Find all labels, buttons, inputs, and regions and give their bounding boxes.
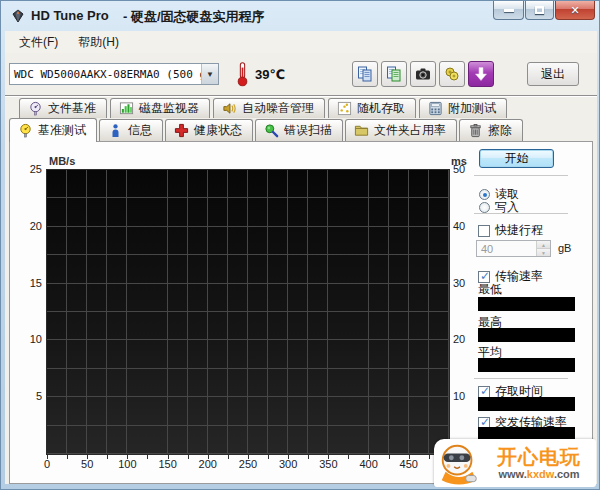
camera-icon [415, 66, 431, 82]
spin-down-icon[interactable]: ▼ [537, 248, 550, 256]
watermark-title: 开心电玩 [482, 447, 596, 467]
drive-select[interactable]: WDC WD5000AAKX-08ERMA0 (500 gB) ▼ [9, 63, 219, 85]
short-stroke-value: 40 [477, 241, 536, 256]
access-time-checkbox[interactable] [478, 386, 490, 398]
mascot-icon [436, 440, 482, 486]
minimize-icon [504, 9, 514, 12]
tab-文件基准[interactable]: 文件基准 [19, 98, 107, 118]
benchmark-controls: 开始 读取 写入 快捷行程 40 ▲ [466, 142, 592, 483]
y-left-tick-20: 20 [16, 220, 42, 232]
tab-错误扫描[interactable]: 错误扫描 [255, 119, 343, 141]
random-access-icon [337, 101, 352, 116]
tab-label: 擦除 [488, 122, 512, 139]
copy-pages-green-icon [386, 66, 402, 82]
short-stroke-label: 快捷行程 [495, 222, 543, 239]
write-radio[interactable] [479, 202, 490, 213]
short-stroke-unit: gB [558, 242, 571, 254]
tab-row-1: 文件基准磁盘监视器自动噪音管理随机存取附加测试 [19, 97, 597, 118]
tab-strip: 文件基准磁盘监视器自动噪音管理随机存取附加测试 基准测试信息健康状态错误扫描文件… [5, 97, 597, 141]
transfer-rate-label: 传输速率 [495, 268, 543, 285]
file-benchmark-icon [28, 101, 43, 116]
menu-item-文件(F)[interactable]: 文件(F) [9, 31, 68, 54]
toolbar-buttons [350, 61, 495, 87]
close-button[interactable]: ✕ [555, 1, 595, 20]
copy-text-button[interactable] [352, 61, 378, 87]
health-icon [174, 123, 189, 138]
x-tick-250: 250 [233, 458, 263, 470]
chevron-down-icon[interactable]: ▼ [201, 64, 218, 84]
divider [474, 378, 568, 379]
update-button[interactable] [468, 61, 494, 87]
watermark-url: www.kxdw.com [482, 469, 596, 480]
plot-area [47, 170, 449, 454]
screenshot-button[interactable] [410, 61, 436, 87]
tab-信息[interactable]: 信息 [99, 119, 163, 141]
toolbar: WDC WD5000AAKX-08ERMA0 (500 gB) ▼ 39℃ 退出 [5, 53, 597, 95]
erase-icon [468, 123, 483, 138]
x-tick-0: 0 [32, 458, 62, 470]
tab-擦除[interactable]: 擦除 [459, 119, 523, 141]
avg-value-box [478, 358, 575, 372]
copy-pages-blue-icon [357, 66, 373, 82]
menu-bar: 文件(F)帮助(H) [5, 31, 597, 53]
spin-up-icon[interactable]: ▲ [537, 241, 550, 248]
download-arrow-icon [473, 66, 489, 82]
window-title: HD Tune Pro [31, 8, 109, 23]
short-stroke-spinner[interactable]: 40 ▲ ▼ [476, 240, 551, 257]
donate-button[interactable] [439, 61, 465, 87]
benchmark-panel: MB/s ms 25201510550403020100501001502002… [9, 141, 593, 484]
minimize-button[interactable] [493, 1, 524, 20]
min-value-box [478, 297, 575, 311]
temperature-value: 39℃ [255, 67, 285, 82]
tab-label: 文件基准 [48, 100, 96, 117]
aam-icon [222, 101, 237, 116]
tab-label: 自动噪音管理 [242, 100, 314, 117]
x-tick-300: 300 [273, 458, 303, 470]
max-value-box [478, 328, 575, 342]
y-left-tick-5: 5 [16, 390, 42, 402]
title-bar: HD Tune Pro - 硬盘/固态硬盘实用程序 ✕ [1, 1, 600, 31]
close-icon: ✕ [570, 4, 579, 17]
x-tick-450: 450 [394, 458, 424, 470]
tab-label: 信息 [128, 122, 152, 139]
y-left-tick-10: 10 [16, 333, 42, 345]
tab-文件夹占用率[interactable]: 文件夹占用率 [345, 119, 457, 141]
thermometer-icon [235, 61, 251, 87]
tab-自动噪音管理[interactable]: 自动噪音管理 [213, 98, 325, 118]
start-button[interactable]: 开始 [479, 149, 554, 168]
app-window: HD Tune Pro - 硬盘/固态硬盘实用程序 ✕ 文件(F)帮助(H) W… [0, 0, 600, 490]
x-tick-150: 150 [153, 458, 183, 470]
left-axis-unit: MB/s [49, 155, 75, 167]
maximize-button[interactable] [525, 1, 554, 20]
divider [474, 175, 568, 176]
copy-image-button[interactable] [381, 61, 407, 87]
tab-健康状态[interactable]: 健康状态 [165, 119, 253, 141]
x-tick-350: 350 [313, 458, 343, 470]
tab-附加测试[interactable]: 附加测试 [419, 98, 507, 118]
x-tick-50: 50 [72, 458, 102, 470]
x-tick-100: 100 [112, 458, 142, 470]
benchmark-icon [18, 123, 33, 138]
short-stroke-option[interactable]: 快捷行程 [478, 222, 543, 239]
tab-磁盘监视器[interactable]: 磁盘监视器 [110, 98, 210, 118]
tab-label: 附加测试 [448, 100, 496, 117]
exit-button[interactable]: 退出 [527, 62, 579, 86]
tab-随机存取[interactable]: 随机存取 [328, 98, 416, 118]
tab-label: 错误扫描 [284, 122, 332, 139]
divider [474, 213, 568, 214]
tab-label: 基准测试 [38, 122, 86, 139]
disk-monitor-icon [119, 101, 134, 116]
tab-label: 文件夹占用率 [374, 122, 446, 139]
short-stroke-checkbox[interactable] [478, 225, 490, 237]
y-left-tick-25: 25 [16, 163, 42, 175]
app-logo-icon [10, 8, 26, 24]
tab-基准测试[interactable]: 基准测试 [9, 118, 97, 142]
info-icon [108, 123, 123, 138]
tab-label: 磁盘监视器 [139, 100, 199, 117]
kxdw-watermark[interactable]: 开心电玩 www.kxdw.com [434, 439, 596, 487]
x-tick-400: 400 [354, 458, 384, 470]
tab-label: 健康状态 [194, 122, 242, 139]
tab-row-2: 基准测试信息健康状态错误扫描文件夹占用率擦除 [9, 118, 597, 141]
min-label: 最低 [478, 281, 502, 298]
menu-item-帮助(H)[interactable]: 帮助(H) [68, 31, 129, 54]
